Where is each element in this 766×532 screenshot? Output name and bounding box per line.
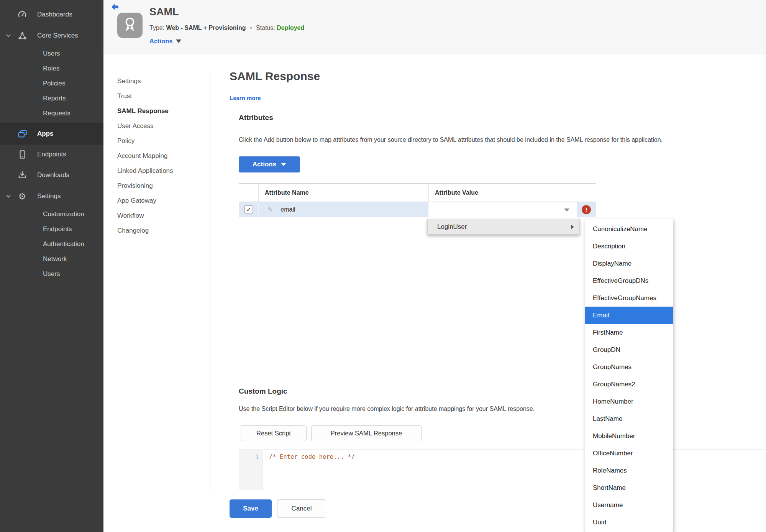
nav-item-settings[interactable]: Settings xyxy=(117,74,205,89)
attribute-name-header: Attribute Name xyxy=(259,184,428,202)
option-groupdn[interactable]: GroupDN xyxy=(585,341,673,358)
nav-item-app-gateway[interactable]: App Gateway xyxy=(117,193,205,208)
gear-icon: ⚙ xyxy=(17,191,28,202)
row-checkbox[interactable]: ✓ xyxy=(244,205,253,214)
cancel-button[interactable]: Cancel xyxy=(277,499,326,518)
header-actions-menu[interactable]: Actions xyxy=(149,38,181,45)
sidebar-item-roles[interactable]: Roles xyxy=(0,61,103,76)
learn-more-link[interactable]: Learn more xyxy=(230,95,261,101)
nav-item-policy[interactable]: Policy xyxy=(117,133,205,148)
option-description[interactable]: Description xyxy=(585,238,673,255)
sidebar-item-dashboards[interactable]: Dashboards xyxy=(0,4,103,25)
sidebar-item-policies[interactable]: Policies xyxy=(0,76,103,91)
attribute-value-dropdown[interactable] xyxy=(428,202,577,217)
reset-script-button[interactable]: Reset Script xyxy=(241,425,307,441)
option-username[interactable]: Username xyxy=(585,496,673,514)
actions-button-label: Actions xyxy=(253,161,276,168)
sidebar-item-network[interactable]: Network xyxy=(0,251,103,266)
sidebar-item-settings-endpoints[interactable]: Endpoints xyxy=(0,222,103,236)
sidebar-item-label: Settings xyxy=(37,192,61,200)
nav-item-user-access[interactable]: User Access xyxy=(117,118,205,133)
option-email[interactable]: Email xyxy=(585,307,673,324)
sidebar-item-reports[interactable]: Reports xyxy=(0,91,103,106)
status-label: Status: xyxy=(256,25,275,31)
sidebar-item-endpoints[interactable]: Endpoints xyxy=(0,144,103,164)
nav-item-trust[interactable]: Trust xyxy=(117,89,205,103)
option-groupnames2[interactable]: GroupNames2 xyxy=(585,376,673,393)
sidebar-item-apps[interactable]: Apps xyxy=(0,123,103,144)
sidebar-item-settings[interactable]: ⚙ Settings xyxy=(0,186,103,207)
nav-item-changelog[interactable]: Changelog xyxy=(117,223,205,238)
download-icon xyxy=(17,170,28,181)
option-firstname[interactable]: FirstName xyxy=(585,324,673,341)
table-row[interactable]: ✓ ✎ email ! xyxy=(239,202,596,217)
loginuser-label: LoginUser xyxy=(437,223,467,231)
option-lastname[interactable]: LastName xyxy=(585,410,673,427)
loginuser-menu-item[interactable]: LoginUser xyxy=(427,219,580,235)
table-header: Attribute Name Attribute Value xyxy=(239,184,596,202)
gauge-icon xyxy=(17,9,28,20)
preview-saml-response-button[interactable]: Preview SAML Response xyxy=(311,425,422,441)
sidebar-item-requests[interactable]: Requests xyxy=(0,106,103,121)
caret-down-icon xyxy=(176,39,181,43)
sidebar-item-label: Apps xyxy=(37,130,54,138)
sidebar-item-customization[interactable]: Customization xyxy=(0,207,103,222)
attributes-table: Attribute Name Attribute Value ✓ ✎ email… xyxy=(239,183,596,369)
option-uuid[interactable]: Uuid xyxy=(585,514,673,531)
chevron-down-icon[interactable] xyxy=(5,32,12,39)
page-title: SAML Response xyxy=(230,70,320,83)
chevron-down-icon[interactable] xyxy=(5,192,12,200)
edit-pencil-icon[interactable]: ✎ xyxy=(267,206,273,213)
option-effectivegroupnames[interactable]: EffectiveGroupNames xyxy=(585,289,673,307)
submenu-arrow-icon xyxy=(571,225,574,229)
sidebar-item-label: Core Services xyxy=(37,32,78,39)
option-shortname[interactable]: ShortName xyxy=(585,479,673,496)
header-actions-label: Actions xyxy=(149,38,173,45)
nav-divider xyxy=(210,72,210,490)
nav-item-linked-applications[interactable]: Linked Applications xyxy=(117,163,205,178)
sidebar-item-settings-users[interactable]: Users xyxy=(0,266,103,281)
row-checkbox-cell: ✓ xyxy=(239,202,259,217)
option-mobilenumber[interactable]: MobileNumber xyxy=(585,427,673,445)
status-badge: Deployed xyxy=(277,25,304,31)
sidebar-item-users[interactable]: Users xyxy=(0,46,103,61)
nav-item-saml-response[interactable]: SAML Response xyxy=(117,103,205,118)
saml-app-logo xyxy=(117,13,143,38)
nav-item-account-mapping[interactable]: Account Mapping xyxy=(117,148,205,163)
line-number: 1 xyxy=(255,454,259,461)
save-button[interactable]: Save xyxy=(230,499,272,518)
sidebar-item-authentication[interactable]: Authentication xyxy=(0,236,103,251)
option-rolenames[interactable]: RoleNames xyxy=(585,462,673,479)
option-effectivegroupdns[interactable]: EffectiveGroupDNs xyxy=(585,272,673,289)
attributes-description: Click the Add button below to map attrib… xyxy=(239,136,663,143)
caret-down-icon xyxy=(564,209,569,212)
caret-down-icon xyxy=(281,163,286,166)
sidebar-item-label: Dashboards xyxy=(37,11,72,18)
option-officenumber[interactable]: OfficeNumber xyxy=(585,445,673,462)
back-arrow-icon[interactable] xyxy=(110,3,120,11)
phone-icon xyxy=(17,149,28,160)
attributes-heading: Attributes xyxy=(239,113,273,122)
option-canonicalizename[interactable]: CanonicalizeName xyxy=(585,220,673,238)
apps-icon xyxy=(17,128,28,139)
sidebar-item-downloads[interactable]: Downloads xyxy=(0,164,103,186)
option-displayname[interactable]: DisplayName xyxy=(585,255,673,272)
app-title: SAML xyxy=(149,6,179,18)
type-label: Type: xyxy=(149,25,164,31)
script-editor[interactable]: 1 /* Enter code here... */ xyxy=(239,450,766,490)
attributes-actions-button[interactable]: Actions xyxy=(239,156,300,172)
award-ribbon-icon xyxy=(119,15,141,36)
sidebar-item-core-services[interactable]: Core Services xyxy=(0,25,103,46)
attribute-value-header: Attribute Value xyxy=(428,184,596,202)
sidebar: Dashboards Core Services Users Roles Pol… xyxy=(0,0,103,532)
nav-item-provisioning[interactable]: Provisioning xyxy=(117,178,205,193)
sidebar-item-label: Downloads xyxy=(37,171,69,179)
editor-code[interactable]: /* Enter code here... */ xyxy=(269,453,355,460)
option-homenumber[interactable]: HomeNumber xyxy=(585,393,673,410)
sidebar-item-label: Endpoints xyxy=(37,151,66,158)
error-icon: ! xyxy=(582,205,591,214)
attribute-name-cell: email xyxy=(280,206,295,213)
nav-item-workflow[interactable]: Workflow xyxy=(117,208,205,223)
separator: • xyxy=(248,25,254,31)
option-groupnames[interactable]: GroupNames xyxy=(585,358,673,376)
